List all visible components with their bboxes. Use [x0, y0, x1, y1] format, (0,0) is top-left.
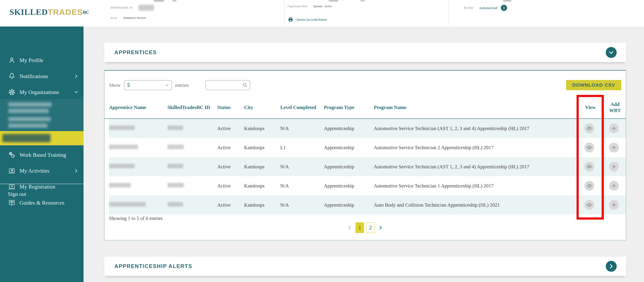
- program-type-cell: Apprenticeship: [324, 145, 374, 150]
- column-header-program-type: Program Type: [324, 105, 374, 110]
- program-type-cell: Apprenticeship: [324, 126, 374, 131]
- program-type-cell: Apprenticeship: [324, 164, 374, 170]
- logo-bc: BC: [83, 10, 89, 15]
- apprentices-collapse-button[interactable]: [606, 47, 617, 58]
- add-wbt-button[interactable]: [609, 181, 619, 191]
- table-controls: Show 5 entries DOWNLOAD CSV: [109, 80, 621, 90]
- sidebar-item-guides-resources[interactable]: Guides & Resources: [0, 198, 84, 208]
- program-name-cell: Auto Body and Collision Technician Appre…: [374, 202, 577, 208]
- chevron-right-icon: [74, 74, 78, 79]
- sidebar-item-work-based-training[interactable]: Work Based Training: [0, 150, 84, 160]
- plus-icon: [611, 145, 617, 150]
- column-header-status: Status: [217, 105, 244, 110]
- authorized-staff-link[interactable]: Authorized Staff: [479, 6, 498, 10]
- status-cell: Active: [217, 183, 244, 189]
- city-cell: Kamloops: [244, 164, 280, 170]
- search-icon: [242, 82, 248, 88]
- apprentice-name-redacted: [109, 125, 168, 131]
- table-row: Active Kamloops N/A Apprenticeship Auto …: [109, 195, 626, 214]
- add-wbt-button[interactable]: [609, 200, 619, 210]
- status-cell: Active: [217, 126, 244, 131]
- sidebar-item-notifications[interactable]: Notifications: [0, 71, 84, 81]
- apprentices-panel-title: APPRENTICES: [114, 49, 157, 56]
- add-wbt-button[interactable]: [609, 143, 619, 152]
- column-header-add-wbt: Add WBT: [604, 101, 626, 114]
- apprentice-name-redacted: [109, 183, 168, 189]
- apprenticeship-alerts-expand-button[interactable]: [606, 261, 617, 272]
- book-icon: [8, 199, 16, 207]
- cutoff-text-fragment: [154, 0, 164, 2]
- city-cell: Kamloops: [244, 126, 280, 131]
- chevron-right-icon: [74, 168, 78, 173]
- table-row: Active Kamloops N/A Apprenticeship Autom…: [109, 157, 626, 176]
- table-row: Active Kamloops N/A Apprenticeship Autom…: [109, 119, 626, 138]
- organizations-sublist: [0, 99, 84, 146]
- laptop-send-icon: [8, 167, 16, 175]
- main-content: APPRENTICES Show 5 entries DOWNLOAD CSV: [84, 27, 644, 282]
- sector-label: Sector: [110, 17, 117, 20]
- sidebar-item-my-organizations[interactable]: My Organizations: [0, 87, 84, 97]
- logo-trades: TRADES: [48, 8, 83, 17]
- org-id-row: SkilledTradesBC ID: [110, 5, 154, 11]
- organization-entry-redacted[interactable]: [8, 102, 52, 115]
- level-cell: L1: [280, 145, 324, 150]
- org-role-value: Sponsor - Active: [313, 5, 332, 8]
- apprentice-id-redacted: [168, 202, 217, 208]
- sidebar-item-my-activities[interactable]: My Activities: [0, 166, 84, 176]
- level-cell: N/A: [280, 183, 324, 189]
- screen: SKILLEDTRADESBC SkilledTradesBC ID Secto…: [0, 0, 644, 282]
- table-body: Active Kamloops N/A Apprenticeship Autom…: [104, 119, 626, 214]
- apprentices-panel-header: APPRENTICES: [104, 43, 626, 62]
- plus-icon: [611, 125, 617, 131]
- bell-icon: [8, 72, 16, 80]
- add-wbt-button[interactable]: [609, 162, 619, 172]
- show-entries-select[interactable]: 5: [124, 80, 172, 90]
- organization-entry-redacted[interactable]: [8, 117, 51, 130]
- sidebar-item-my-profile[interactable]: My Profile: [0, 55, 84, 65]
- info-icon[interactable]: i: [501, 5, 507, 11]
- org-role-label: Organization Role: [288, 5, 308, 8]
- pagination-next-button[interactable]: [377, 222, 384, 233]
- chevron-right-icon: [378, 225, 383, 230]
- table-row: Active Kamloops N/A Apprenticeship Autom…: [109, 176, 626, 195]
- show-label: Show: [109, 82, 120, 88]
- apprentice-id-redacted: [168, 125, 217, 131]
- my-role-label: My Role: [464, 6, 473, 10]
- chevron-down-icon: [74, 90, 78, 94]
- organization-entry-selected-redacted[interactable]: [0, 131, 84, 145]
- org-id-label: SkilledTradesBC ID: [110, 6, 132, 9]
- program-name-cell: Automotive Service Technician (AST 1, 2,…: [374, 126, 577, 131]
- plus-icon: [611, 183, 617, 189]
- column-header-program-name: Program Name: [374, 105, 577, 110]
- program-type-cell: Apprenticeship: [324, 202, 374, 208]
- apprentice-id-redacted: [168, 183, 217, 189]
- my-role-row: My Role Authorized Staff i: [464, 5, 507, 11]
- header-divider: [284, 0, 284, 26]
- column-header-city: City: [244, 105, 280, 110]
- gears-clock-icon: [8, 151, 16, 159]
- city-cell: Kamloops: [244, 183, 280, 189]
- table-search: [206, 80, 250, 90]
- sign-out-label: Sign out: [8, 191, 26, 197]
- apprentices-table-card: Show 5 entries DOWNLOAD CSV Apprentice N…: [104, 70, 626, 240]
- cutoff-text-fragment: [329, 0, 338, 1]
- sidebar-item-sign-out[interactable]: Sign out: [0, 189, 84, 199]
- apprentice-name-redacted: [109, 145, 168, 150]
- skilledtradesbc-logo[interactable]: SKILLEDTRADESBC: [10, 7, 89, 17]
- program-name-cell: Automotive Service Technician 1 Apprenti…: [374, 183, 577, 189]
- add-wbt-button[interactable]: [609, 123, 619, 133]
- pagination-previous-button[interactable]: [346, 222, 353, 233]
- level-cell: N/A: [280, 126, 324, 131]
- level-cell: N/A: [280, 164, 324, 170]
- pagination-page-1[interactable]: 1: [356, 222, 364, 233]
- sidebar-item-label: My Organizations: [20, 89, 59, 95]
- download-csv-button[interactable]: DOWNLOAD CSV: [566, 80, 621, 90]
- pagination-page-2[interactable]: 2: [366, 222, 375, 233]
- sidebar: My Profile Notifications My Organization…: [0, 27, 84, 282]
- plus-icon: [611, 202, 617, 208]
- apprentice-name-redacted: [109, 164, 168, 170]
- sidebar-item-label: Work Based Training: [20, 152, 66, 158]
- sponsor-tax-credit-reports-link[interactable]: Sponsor Tax Credit Reports: [296, 18, 327, 21]
- show-entries-value: 5: [127, 82, 165, 88]
- printer-icon: [288, 17, 294, 23]
